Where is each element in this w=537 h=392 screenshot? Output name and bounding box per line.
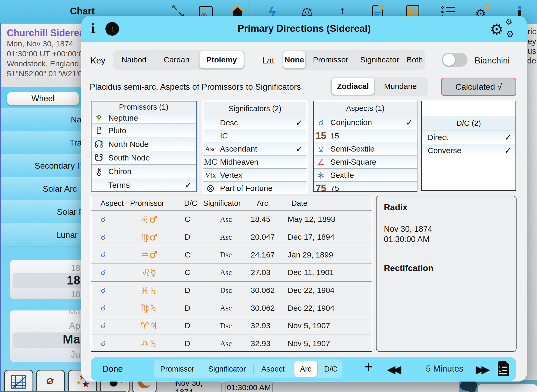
- grid-table-button[interactable]: [4, 370, 33, 392]
- list-item-ascendant[interactable]: Asc Ascendant ✓: [203, 142, 307, 155]
- dc-title: D/C (2): [422, 116, 515, 131]
- north-node-icon: ☊: [92, 138, 106, 150]
- table-row[interactable]: ☌♌☿CAsc27.03Dec 11, 1901: [91, 264, 372, 281]
- list-item-75[interactable]: 75 75: [314, 181, 417, 192]
- fragment-text: de: [527, 56, 536, 66]
- mundane-option[interactable]: Mundane: [375, 77, 425, 96]
- directions-table: Aspect Promissor D/C Significator Arc Da…: [91, 196, 372, 352]
- conjunction-icon: ☌: [314, 118, 328, 127]
- check-icon: ✓: [504, 133, 511, 142]
- table-row[interactable]: ☌♍♄DAsc30.062Dec 22, 1904: [91, 299, 372, 317]
- window-left-border: [0, 23, 1, 392]
- list-item-part-of-fortune[interactable]: ⊗ Part of Fortune: [203, 181, 307, 193]
- table-row[interactable]: ☌♌♂CAsc18.45May 12, 1893: [91, 210, 372, 228]
- month-below: Ju: [71, 349, 80, 360]
- list-item-semi-sextile[interactable]: ⚺ Semi-Sextile: [314, 142, 417, 155]
- forward-button[interactable]: ▶▶: [476, 363, 487, 376]
- wheel-button[interactable]: Wheel: [7, 92, 79, 105]
- radix-time: 01:30:00 AM: [384, 234, 509, 244]
- list-item-north-node[interactable]: ☊ North Node: [92, 137, 196, 151]
- page-title: Chart: [70, 6, 95, 17]
- tab-aspect[interactable]: Aspect: [253, 359, 293, 378]
- lat-option-none[interactable]: None: [283, 51, 305, 68]
- fragment-text: ric: [527, 27, 536, 36]
- promissors-title: Promissors (1): [92, 101, 196, 112]
- check-icon: ✓: [296, 144, 303, 154]
- list-item-pluto[interactable]: ♇ Pluto: [92, 123, 196, 137]
- lat-segmented: None Promissor Significator Both: [282, 50, 425, 70]
- check-icon: ✓: [406, 118, 413, 127]
- network-button[interactable]: [36, 370, 65, 392]
- method-text: Placidus semi-arc, Aspects of Promissors…: [90, 82, 301, 92]
- dialog-header: i ↑ Primary Directions (Sidereal) ⚙⚙⚙: [81, 16, 527, 42]
- tab-arc[interactable]: Arc: [294, 361, 317, 377]
- white-panel: [478, 384, 537, 392]
- sort-segmented: Promissor Significator Aspect Arc D/C: [154, 359, 342, 378]
- significators-title: Significators (2): [203, 101, 307, 116]
- col-significator: Significator: [203, 199, 249, 208]
- sextile-icon: ∗: [314, 169, 328, 181]
- list-item-terms[interactable]: Terms ✓: [92, 178, 196, 192]
- list-item-vertex[interactable]: Vtx Vertex: [203, 168, 307, 181]
- table-row[interactable]: ☌♓♄DDsc30.062Dec 22, 1904: [91, 281, 372, 299]
- teal-panel: [459, 380, 537, 392]
- mc-icon: MC: [203, 157, 218, 167]
- tab-promissor[interactable]: Promissor: [154, 359, 201, 378]
- key-option-cardan[interactable]: Cardan: [155, 50, 198, 70]
- list-item-15[interactable]: 15 15: [314, 129, 417, 142]
- network-icon: [44, 375, 58, 389]
- lat-option-both[interactable]: Both: [405, 50, 425, 70]
- step-label[interactable]: 5 Minutes: [417, 364, 472, 374]
- col-arc: Arc: [249, 199, 287, 208]
- zodiacal-option[interactable]: Zodiacal: [332, 78, 374, 95]
- table-row[interactable]: ☌♎♄DAsc32.93Nov 5, 1907: [91, 335, 372, 352]
- list-item-desc[interactable]: Desc ✓: [203, 116, 307, 129]
- chiron-icon: ⚷: [92, 166, 106, 177]
- list-item-conjunction[interactable]: ☌ Conjunction ✓: [314, 116, 417, 129]
- done-button[interactable]: Done: [102, 364, 123, 374]
- asc-icon: Asc: [203, 145, 218, 153]
- wheel-button-label: Wheel: [31, 94, 55, 103]
- month-top: Ma: [69, 310, 80, 316]
- col-date: Date: [287, 199, 372, 208]
- month-above: Ap: [69, 320, 80, 331]
- table-row[interactable]: ☌♒♂CDsc24.167Jan 29, 1899: [91, 246, 372, 264]
- key-option-naibod[interactable]: Naibod: [113, 50, 155, 70]
- tab-dc[interactable]: D/C: [319, 359, 342, 378]
- col-aspect: Aspect: [91, 199, 121, 208]
- lat-option-significator[interactable]: Significator: [355, 50, 405, 70]
- list-item-midheaven[interactable]: MC Midheaven: [203, 155, 307, 168]
- promissors-panel: Promissors (1) ♆ Neptune ♇ Pluto ☊ North…: [91, 101, 197, 192]
- neptune-icon: ♆: [92, 113, 106, 123]
- tab-significator[interactable]: Significator: [201, 359, 253, 378]
- bianchini-toggle[interactable]: [442, 53, 468, 67]
- list-item-neptune[interactable]: ♆ Neptune: [92, 112, 196, 123]
- table-row[interactable]: ☌♈♃DDsc32.93Nov 5, 1907: [91, 317, 372, 335]
- key-option-ptolemy[interactable]: Ptolemy: [200, 51, 244, 68]
- list-item-converse[interactable]: Converse ✓: [422, 144, 515, 157]
- list-item-semi-square[interactable]: ∠ Semi-Square: [314, 155, 417, 168]
- table-row[interactable]: ☌♍♂DAsc20.047Dec 17, 1894: [91, 228, 372, 246]
- list-item-sextile[interactable]: ∗ Sextile: [314, 168, 417, 181]
- aspect-75-icon: 75: [314, 183, 328, 192]
- col-dc: D/C: [177, 199, 203, 208]
- check-icon: ✓: [296, 118, 303, 127]
- dc-blank: [422, 101, 515, 116]
- report-icon[interactable]: [498, 361, 509, 376]
- dialog-footer: Done Promissor Significator Aspect Arc D…: [91, 357, 516, 381]
- date-field[interactable]: Nov 30, 1874: [175, 381, 222, 392]
- month-selected: Ma: [63, 332, 80, 346]
- aspects-title: Aspects (1): [314, 101, 417, 116]
- time-field[interactable]: 01:30:00 AM: [225, 381, 273, 392]
- calculated-button[interactable]: Calculated √: [441, 78, 516, 96]
- list-item-chiron[interactable]: ⚷ Chiron: [92, 164, 196, 178]
- semi-square-icon: ∠: [314, 157, 328, 167]
- gear-icon[interactable]: ⚙⚙⚙: [490, 20, 515, 38]
- lat-option-promissor[interactable]: Promissor: [307, 50, 355, 70]
- list-item-south-node[interactable]: ☋ South Node: [92, 151, 196, 164]
- list-item-direct[interactable]: Direct ✓: [422, 131, 515, 144]
- rewind-button[interactable]: ◀◀: [387, 363, 399, 376]
- list-item-ic[interactable]: IC: [203, 129, 307, 142]
- col-promissor: Promissor: [121, 199, 177, 208]
- add-button[interactable]: +: [364, 358, 373, 376]
